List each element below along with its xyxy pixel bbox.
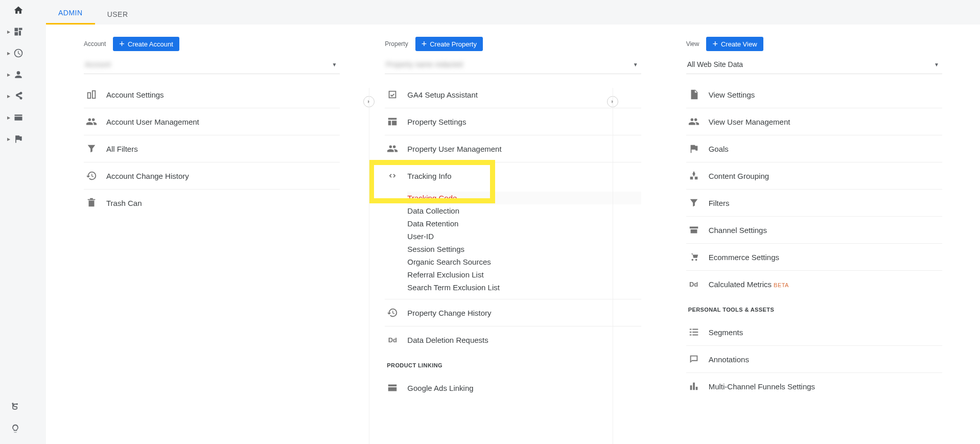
create-account-button[interactable]: + Create Account — [113, 37, 179, 51]
create-property-button[interactable]: + Create Property — [415, 37, 483, 51]
menu-label: Filters — [709, 199, 730, 207]
tracking-info[interactable]: Tracking Info — [385, 162, 641, 189]
view-selector-value: All Web Site Data — [687, 60, 743, 68]
menu-label: Channel Settings — [709, 226, 767, 235]
account-label: Account — [84, 40, 106, 48]
create-view-button[interactable]: + Create View — [706, 37, 763, 51]
history-icon — [387, 307, 398, 318]
account-user-management[interactable]: Account User Management — [84, 108, 340, 135]
session-settings[interactable]: Session Settings — [407, 243, 641, 255]
view-settings[interactable]: View Settings — [686, 81, 942, 108]
organic-search-sources[interactable]: Organic Search Sources — [407, 255, 641, 268]
tab-admin[interactable]: ADMIN — [46, 2, 95, 25]
grouping-icon — [688, 170, 699, 181]
search-term-exclusion-list[interactable]: Search Term Exclusion List — [407, 281, 641, 294]
filters[interactable]: Filters — [686, 190, 942, 217]
nav-attribution[interactable] — [0, 401, 31, 411]
nav-audience[interactable]: ▶ — [0, 69, 31, 80]
tab-user[interactable]: USER — [95, 3, 141, 25]
property-user-management[interactable]: Property User Management — [385, 135, 641, 162]
comment-icon — [688, 354, 699, 365]
personal-tools-heading: PERSONAL TOOLS & ASSETS — [686, 297, 942, 319]
account-settings[interactable]: Account Settings — [84, 81, 340, 108]
left-nav-rail: ▶ ▶ ▶ ▶ ▶ ▶ ▶ — [0, 0, 31, 444]
column-divider — [369, 88, 369, 444]
nav-behavior[interactable]: ▶ — [0, 112, 31, 123]
plus-icon: + — [422, 39, 427, 49]
home-icon — [13, 5, 24, 15]
nav-home[interactable]: ▶ — [0, 5, 31, 15]
menu-label: Data Deletion Requests — [407, 336, 488, 344]
data-collection[interactable]: Data Collection — [407, 204, 641, 217]
menu-label: View User Management — [709, 118, 790, 126]
data-retention[interactable]: Data Retention — [407, 217, 641, 230]
nav-acquisition[interactable]: ▶ — [0, 91, 31, 101]
segments-icon — [688, 326, 699, 338]
nav-discover[interactable] — [0, 424, 31, 434]
people-icon — [387, 143, 398, 154]
menu-label: Segments — [709, 328, 743, 337]
create-view-label: Create View — [721, 40, 757, 48]
caret-down-icon: ▼ — [633, 62, 638, 67]
menu-label: Ecommerce Settings — [709, 253, 779, 262]
page-icon — [13, 112, 24, 123]
calculated-metrics[interactable]: Dd Calculated MetricsBETA — [686, 271, 942, 297]
channel-settings[interactable]: Channel Settings — [686, 217, 942, 244]
google-ads-linking[interactable]: Google Ads Linking — [385, 375, 641, 401]
ga4-setup-assistant[interactable]: GA4 Setup Assistant — [385, 81, 641, 108]
nav-realtime[interactable]: ▶ — [0, 48, 31, 58]
file-icon — [688, 89, 699, 100]
property-change-history[interactable]: Property Change History — [385, 299, 641, 326]
user-id[interactable]: User-ID — [407, 230, 641, 243]
menu-label: View Settings — [709, 90, 755, 99]
tracking-code[interactable]: Tracking Code — [407, 192, 641, 204]
channel-icon — [688, 224, 699, 236]
account-change-history[interactable]: Account Change History — [84, 162, 340, 190]
code-icon — [387, 170, 398, 181]
dd-icon: Dd — [387, 334, 398, 345]
nav-conversions[interactable]: ▶ — [0, 134, 31, 144]
caret-down-icon: ▼ — [934, 62, 939, 67]
view-selector[interactable]: All Web Site Data ▼ — [686, 56, 942, 74]
menu-label: Account User Management — [106, 118, 199, 126]
all-filters[interactable]: All Filters — [84, 135, 340, 162]
ecommerce-settings[interactable]: Ecommerce Settings — [686, 244, 942, 271]
clock-icon — [13, 48, 24, 58]
content-grouping[interactable]: Content Grouping — [686, 162, 942, 190]
property-column: Property + Create Property Property name… — [362, 37, 663, 401]
dashboard-icon — [13, 27, 24, 37]
path-icon — [10, 401, 20, 411]
goals[interactable]: Goals — [686, 135, 942, 162]
tracking-info-submenu: Tracking Code Data Collection Data Reten… — [385, 189, 641, 299]
checkbox-icon — [387, 89, 398, 100]
property-selector[interactable]: Property name redacted ▼ — [385, 56, 641, 74]
trash-can[interactable]: Trash Can — [84, 190, 340, 216]
menu-label: Content Grouping — [709, 172, 769, 180]
menu-label: Tracking Info — [407, 172, 451, 180]
menu-label: Annotations — [709, 355, 749, 364]
bar-chart-icon — [688, 381, 699, 392]
ads-icon — [387, 382, 398, 393]
annotations[interactable]: Annotations — [686, 346, 942, 373]
product-linking-heading: PRODUCT LINKING — [385, 353, 641, 375]
building-icon — [86, 89, 97, 100]
person-icon — [13, 69, 24, 80]
referral-exclusion-list[interactable]: Referral Exclusion List — [407, 268, 641, 281]
menu-label: Account Change History — [106, 172, 189, 180]
menu-label: Account Settings — [106, 90, 164, 99]
multi-channel-funnels-settings[interactable]: Multi-Channel Funnels Settings — [686, 373, 942, 400]
create-property-label: Create Property — [430, 40, 477, 48]
beta-badge: BETA — [774, 282, 789, 288]
data-deletion-requests[interactable]: Dd Data Deletion Requests — [385, 326, 641, 353]
account-selector[interactable]: Account ▼ — [84, 56, 340, 74]
nav-customization[interactable]: ▶ — [0, 27, 31, 37]
create-account-label: Create Account — [128, 40, 173, 48]
filter-icon — [688, 197, 699, 208]
trash-icon — [86, 197, 97, 208]
property-settings[interactable]: Property Settings — [385, 108, 641, 135]
view-user-management[interactable]: View User Management — [686, 108, 942, 135]
menu-label: Google Ads Linking — [407, 384, 473, 392]
lightbulb-icon — [10, 424, 20, 434]
segments[interactable]: Segments — [686, 319, 942, 346]
admin-panel: Account + Create Account Account ▼ Accou… — [46, 25, 980, 444]
